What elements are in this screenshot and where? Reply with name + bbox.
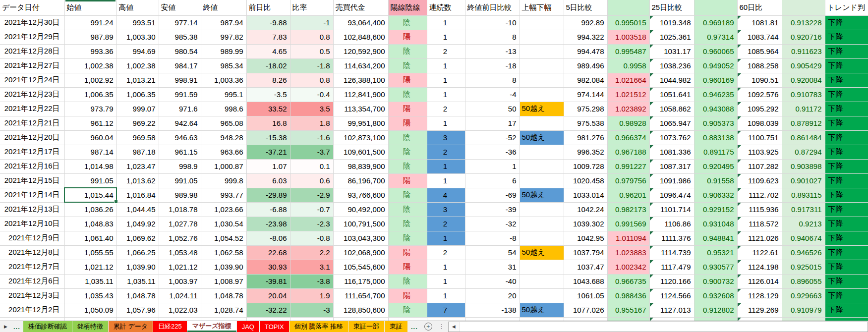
cell-r5[interactable]: 1.023883 bbox=[607, 245, 649, 260]
cell-band[interactable] bbox=[520, 145, 564, 159]
cell-streak[interactable]: 1 bbox=[427, 30, 465, 44]
cell-diff[interactable]: 1 bbox=[465, 159, 520, 173]
cell-vol[interactable]: 114,634,200 bbox=[333, 58, 388, 73]
cell-high[interactable]: 1,035.11 bbox=[116, 274, 159, 288]
cell-open[interactable]: 1,036.26 bbox=[64, 202, 116, 217]
cell-band[interactable] bbox=[520, 116, 564, 130]
cell-r5[interactable]: 1.021664 bbox=[607, 73, 649, 87]
cell-date[interactable]: 2021年12月16日 bbox=[0, 159, 64, 173]
column-header-d25[interactable]: 25日比較 bbox=[649, 0, 694, 15]
cell-d5[interactable]: 975.298 bbox=[564, 102, 607, 116]
cell-chg[interactable]: -37.21 bbox=[246, 145, 290, 159]
cell-r25[interactable] bbox=[694, 317, 737, 321]
cell-ratio[interactable]: 0.8 bbox=[290, 73, 333, 87]
cell-d5[interactable]: 1009.728 bbox=[564, 159, 607, 173]
cell-ratio[interactable]: -1.6 bbox=[290, 130, 333, 145]
cell-d25[interactable] bbox=[649, 317, 694, 321]
column-header-streak[interactable]: 連続数 bbox=[427, 0, 465, 15]
cell-ratio[interactable]: -3.8 bbox=[290, 274, 333, 288]
cell-low[interactable]: 971.6 bbox=[159, 102, 201, 116]
cell-low[interactable] bbox=[159, 317, 201, 321]
cell-d25[interactable]: 1058.862 bbox=[649, 102, 694, 116]
cell-low[interactable]: 991.59 bbox=[159, 87, 201, 102]
cell-vol[interactable]: 98,839,900 bbox=[333, 159, 388, 173]
cell-trend[interactable]: 下降 bbox=[825, 159, 868, 173]
cell-d60[interactable]: 1128.129 bbox=[737, 288, 782, 303]
cell-trend[interactable]: 下降 bbox=[825, 188, 868, 202]
cell-high[interactable]: 1,013.62 bbox=[116, 173, 159, 188]
cell-diff[interactable]: 8 bbox=[465, 30, 520, 44]
cell-high[interactable] bbox=[116, 317, 159, 321]
cell-streak[interactable]: 4 bbox=[427, 188, 465, 202]
cell-streak[interactable]: 1 bbox=[427, 58, 465, 73]
cell-d5[interactable]: 1037.794 bbox=[564, 245, 607, 260]
cell-r5[interactable]: 1.021512 bbox=[607, 87, 649, 102]
cell-high[interactable]: 1,003.30 bbox=[116, 30, 159, 44]
cell-trend[interactable]: 下降 bbox=[825, 102, 868, 116]
cell-streak[interactable]: 1 bbox=[427, 15, 465, 30]
cell-r25[interactable]: 0.948841 bbox=[694, 231, 737, 245]
cell-chg[interactable]: -32.22 bbox=[246, 303, 290, 317]
cell-high[interactable]: 1,044.45 bbox=[116, 202, 159, 217]
cell-d5[interactable]: 1037.47 bbox=[564, 260, 607, 274]
cell-date[interactable]: 2021年12月21日 bbox=[0, 116, 64, 130]
sheet-tab-個別 騰落率 推移[interactable]: 個別 騰落率 推移 bbox=[289, 321, 348, 332]
cell-r5[interactable] bbox=[607, 317, 649, 321]
cell-open[interactable]: 1,048.83 bbox=[64, 217, 116, 231]
cell-d25[interactable]: 1096.474 bbox=[649, 188, 694, 202]
cell-high[interactable]: 1,023.47 bbox=[116, 159, 159, 173]
cell-r60[interactable]: 0.896055 bbox=[782, 274, 825, 288]
cell-high[interactable]: 1,066.25 bbox=[116, 245, 159, 260]
cell-d25[interactable]: 1044.982 bbox=[649, 73, 694, 87]
cell-r60[interactable]: 0.91172 bbox=[782, 102, 825, 116]
cell-streak[interactable]: 3 bbox=[427, 202, 465, 217]
cell-close[interactable]: 985.34 bbox=[201, 58, 246, 73]
cell-vol[interactable]: 105,545,600 bbox=[333, 260, 388, 274]
cell-r60[interactable]: 0.929663 bbox=[782, 288, 825, 303]
cell-d25[interactable]: 1101.714 bbox=[649, 202, 694, 217]
cell-r60[interactable]: 0.920084 bbox=[782, 73, 825, 87]
cell-candle[interactable]: 陰 bbox=[388, 202, 427, 217]
cell-streak[interactable]: 2 bbox=[427, 217, 465, 231]
cell-d60[interactable]: 1107.282 bbox=[737, 159, 782, 173]
cell-diff[interactable]: -52 bbox=[465, 130, 520, 145]
cell-streak[interactable]: 1 bbox=[427, 231, 465, 245]
cell-band[interactable]: 50越え bbox=[520, 303, 564, 317]
cell-r60[interactable]: 0.893115 bbox=[782, 188, 825, 202]
cell-open[interactable]: 1,035.11 bbox=[64, 274, 116, 288]
cell-date[interactable]: 2021年12月7日 bbox=[0, 260, 64, 274]
cell-chg[interactable]: -9.88 bbox=[246, 15, 290, 30]
cell-r60[interactable]: 0.9213 bbox=[782, 217, 825, 231]
hidden-tabs-right-ellipsis[interactable]: ... bbox=[408, 321, 421, 332]
cell-candle[interactable]: 陽 bbox=[388, 30, 427, 44]
cell-trend[interactable]: 下降 bbox=[825, 145, 868, 159]
cell-d5[interactable]: 981.276 bbox=[564, 130, 607, 145]
cell-d25[interactable]: 1038.236 bbox=[649, 58, 694, 73]
cell-open[interactable]: 960.04 bbox=[64, 130, 116, 145]
cell-streak[interactable]: 1 bbox=[427, 116, 465, 130]
cell-r25[interactable]: 0.900732 bbox=[694, 274, 737, 288]
cell-chg[interactable]: -23.98 bbox=[246, 217, 290, 231]
cell-d5[interactable]: 1033.014 bbox=[564, 188, 607, 202]
cell-chg[interactable]: 30.93 bbox=[246, 260, 290, 274]
cell-streak[interactable]: 1 bbox=[427, 260, 465, 274]
cell-band[interactable] bbox=[520, 274, 564, 288]
cell-r25[interactable]: 0.960169 bbox=[694, 73, 737, 87]
cell-low[interactable]: 1,052.76 bbox=[159, 231, 201, 245]
cell-close[interactable]: 948.28 bbox=[201, 130, 246, 145]
cell-diff[interactable]: 8 bbox=[465, 73, 520, 87]
cell-r25[interactable]: 0.932608 bbox=[694, 288, 737, 303]
cell-trend[interactable]: 下降 bbox=[825, 30, 868, 44]
cell-d25[interactable]: 1025.361 bbox=[649, 30, 694, 44]
cell-low[interactable]: 946.63 bbox=[159, 130, 201, 145]
cell-r5[interactable]: 0.966374 bbox=[607, 130, 649, 145]
sheet-tab-東証一部[interactable]: 東証一部 bbox=[348, 321, 384, 332]
cell-vol[interactable]: 113,354,700 bbox=[333, 102, 388, 116]
cell-high[interactable]: 1,069.62 bbox=[116, 231, 159, 245]
cell-r5[interactable]: 0.991569 bbox=[607, 217, 649, 231]
cell-d60[interactable]: 1103.925 bbox=[737, 145, 782, 159]
cell-low[interactable]: 984.17 bbox=[159, 58, 201, 73]
cell-d60[interactable]: 1118.572 bbox=[737, 217, 782, 231]
cell-open[interactable]: 1,015.44 bbox=[64, 188, 116, 202]
cell-r25[interactable]: 0.946235 bbox=[694, 87, 737, 102]
